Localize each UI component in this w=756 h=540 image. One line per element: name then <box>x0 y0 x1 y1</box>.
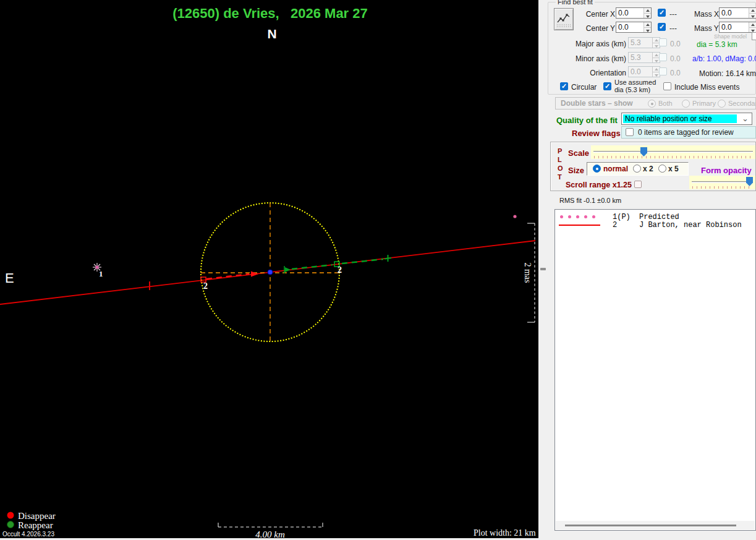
size-normal-radio[interactable] <box>593 165 601 173</box>
circular-checkbox[interactable] <box>560 82 568 90</box>
orientation-uncertainty: 0.0 <box>670 69 681 77</box>
use-assumed-dia-checkbox[interactable] <box>603 82 611 90</box>
scrollbar-thumb[interactable] <box>565 525 736 526</box>
east-label: E <box>5 270 14 286</box>
scale-slider-groove <box>593 151 753 153</box>
reappear-legend-label: Reappear <box>18 520 53 530</box>
center-x-fit-checkbox[interactable] <box>658 9 666 17</box>
disappear-chord-number: 2 <box>203 281 208 291</box>
center-y-label: Center Y <box>584 24 615 33</box>
orientation-fit-checkbox <box>659 67 667 75</box>
double-stars-secondary-radio <box>718 100 726 108</box>
double-stars-both-radio <box>648 100 656 108</box>
observations-list[interactable]: 1(P) Predicted 2 J Barton, near Robinson <box>554 209 756 531</box>
size-x5-radio[interactable] <box>658 165 666 173</box>
ab-ratio-readout: a/b: 1.00, dMag: 0.00 <box>692 54 756 63</box>
predicted-dot <box>513 215 516 218</box>
quality-of-fit-value: No reliable position or size <box>623 114 737 123</box>
reappear-legend-icon <box>7 521 14 528</box>
plot-letter-t: T <box>558 173 562 181</box>
review-flags-checkbox[interactable] <box>626 128 634 136</box>
center-x-input[interactable] <box>616 8 643 18</box>
scale-slider-thumb[interactable] <box>640 147 647 156</box>
double-stars-secondary-label: Secondary <box>728 100 756 107</box>
orientation-label: Orientation <box>567 69 626 77</box>
scale-slider-ticks <box>594 156 752 158</box>
mass-x-label: Mass X <box>694 10 717 19</box>
shape-model-label: Shape model <box>714 33 747 40</box>
review-flags-text: 0 items are tagged for review <box>638 128 734 137</box>
observation-name: Predicted <box>639 213 679 221</box>
occult-window: (12650) de Vries, 2026 Mar 27 N E 2 <box>0 0 756 540</box>
mass-y-input[interactable] <box>720 22 749 32</box>
chord-line-icon <box>559 225 600 226</box>
plot-letter-l: L <box>558 156 562 163</box>
predicted-dot-icon <box>592 215 595 218</box>
review-flags-box: 0 items are tagged for review <box>621 126 756 139</box>
minor-axis-uncertainty: 0.0 <box>670 54 681 63</box>
mass-y-label: Mass Y <box>694 24 717 33</box>
form-opacity-slider[interactable] <box>689 176 755 189</box>
scale-slider[interactable] <box>591 145 755 159</box>
splitter-handle-icon[interactable] <box>540 268 546 270</box>
double-stars-both-label: Both <box>658 100 673 107</box>
shape-model-checkbox[interactable] <box>752 32 756 40</box>
center-y-field[interactable] <box>616 22 652 33</box>
diameter-readout: dia = 5.3 km <box>697 40 737 49</box>
observation-number: 1(P) <box>613 213 631 221</box>
mass-x-input[interactable] <box>720 8 749 18</box>
predicted-chord-number: 1 <box>99 269 103 278</box>
spin-up-icon[interactable] <box>644 22 651 27</box>
minor-axis-field <box>628 52 660 63</box>
form-opacity-groove <box>692 181 753 183</box>
size-label: Size <box>568 166 584 175</box>
chevron-down-icon[interactable]: ⌄ <box>742 114 749 123</box>
app-version: Occult 4.2026.3.23 <box>2 531 54 538</box>
north-label: N <box>267 27 276 41</box>
scroll-range-checkbox[interactable] <box>634 181 642 188</box>
occultation-plot-canvas[interactable]: (12650) de Vries, 2026 Mar 27 N E 2 <box>0 0 538 538</box>
mass-x-field[interactable] <box>719 7 756 19</box>
circular-label: Circular <box>571 83 597 92</box>
form-opacity-ticks <box>692 186 752 189</box>
plot-background <box>0 0 538 538</box>
major-axis-uncertainty: 0.0 <box>670 40 681 48</box>
spin-up-icon[interactable] <box>644 8 651 13</box>
mass-y-field[interactable] <box>719 22 756 33</box>
spin-down-icon[interactable] <box>749 27 756 33</box>
find-best-fit-label: Find best fit <box>556 0 595 6</box>
disappear-legend-icon <box>7 512 14 519</box>
form-opacity-thumb[interactable] <box>746 177 753 186</box>
spin-down-icon[interactable] <box>749 13 756 19</box>
include-miss-events-checkbox[interactable] <box>663 82 671 90</box>
major-axis-field <box>628 37 660 48</box>
observation-number: 2 <box>613 221 617 229</box>
scroll-range-label: Scroll range x1.25 <box>566 181 632 189</box>
spin-down-icon[interactable] <box>644 13 651 19</box>
review-flags-label: Review flags <box>572 129 621 138</box>
list-horizontal-scrollbar[interactable] <box>556 521 755 529</box>
center-y-fit-checkbox[interactable] <box>658 23 666 31</box>
spin-up-icon[interactable] <box>749 22 756 27</box>
spin-up-icon[interactable] <box>749 8 756 13</box>
panel-splitter[interactable] <box>538 0 548 540</box>
list-item[interactable]: 2 J Barton, near Robinson <box>555 221 755 229</box>
plot-letter-p: P <box>558 147 562 155</box>
center-x-field[interactable] <box>616 7 652 19</box>
double-stars-label: Double stars – show <box>561 99 633 108</box>
size-x2-label: x 2 <box>643 165 653 173</box>
find-best-fit-button[interactable] <box>554 8 574 30</box>
quality-of-fit-combo[interactable]: No reliable position or size ⌄ <box>621 113 752 125</box>
find-best-fit-group: Find best fit Center X --- Mass X <box>548 2 756 95</box>
center-x-label: Center X <box>584 10 615 19</box>
size-x2-radio[interactable] <box>633 165 641 173</box>
plot-options-group: P L O T Scale Size normal x 2 x 5 Form o… <box>550 142 756 191</box>
center-y-dash: --- <box>669 24 677 33</box>
double-stars-group: Double stars – show Both Primary Seconda… <box>555 97 756 109</box>
plot-svg: (12650) de Vries, 2026 Mar 27 N E 2 <box>0 0 538 538</box>
spin-down-icon[interactable] <box>644 27 651 33</box>
center-y-input[interactable] <box>616 22 643 32</box>
list-item[interactable]: 1(P) Predicted <box>555 213 755 221</box>
predicted-dot-icon <box>584 215 587 218</box>
scale-label: Scale <box>568 148 589 158</box>
